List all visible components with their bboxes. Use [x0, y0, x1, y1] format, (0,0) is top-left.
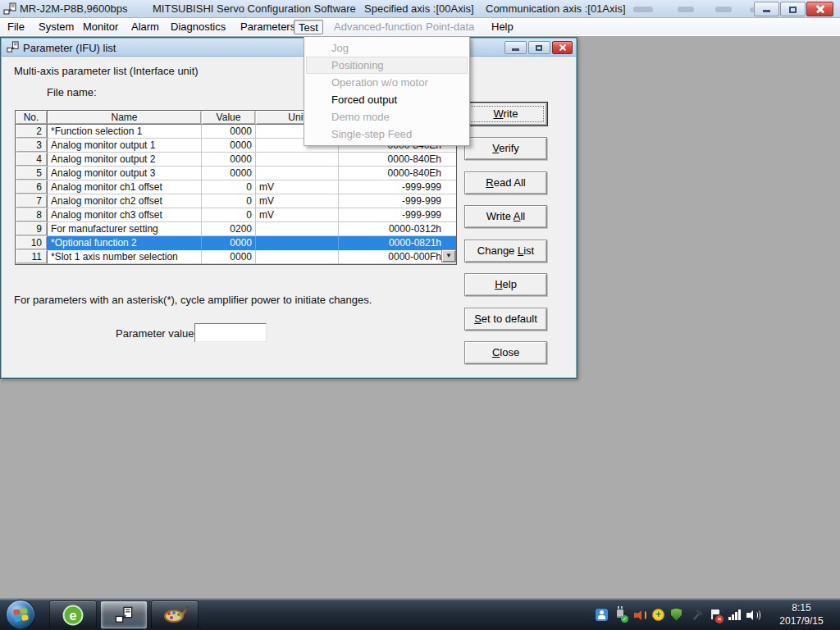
browser-icon: e — [63, 605, 84, 625]
table-row[interactable]: 8 Analog monitor ch3 offset 0 mV -999-99… — [16, 208, 456, 222]
menu-item-forced-output[interactable]: Forced output — [306, 91, 468, 108]
menu-item-operation-wo-motor: Operation w/o motor — [306, 74, 468, 91]
table-scroll-down-button[interactable]: ▼ — [441, 249, 456, 262]
menu-item-single-step-feed: Single-step Feed — [306, 126, 468, 143]
menu-item-demo-mode: Demo mode — [306, 108, 468, 126]
menu-item-positioning: Positioning — [306, 57, 468, 74]
taskbar-clock[interactable]: 8:15 2017/9/15 — [766, 601, 837, 628]
tools-hammer-icon[interactable] — [687, 605, 706, 624]
menu-bar: File System Monitor Alarm Diagnostics Pa… — [0, 18, 840, 36]
window-title-software: MITSUBISHI Servo Configuration Software — [153, 2, 356, 15]
menu-advanced-function[interactable]: Advanced-function — [330, 20, 427, 34]
test-dropdown-menu: Jog Positioning Operation w/o motor Forc… — [304, 36, 470, 146]
menu-test[interactable]: Test — [294, 20, 323, 34]
close-button[interactable] — [806, 2, 833, 16]
ghost-artifact — [715, 7, 732, 12]
maximize-icon — [536, 45, 542, 51]
menu-item-jog: Jog — [306, 39, 468, 57]
parameter-ifu-list-window: Parameter (IFU) list Multi-axis paramete… — [0, 37, 578, 379]
usb-eject-icon[interactable]: ✓ — [614, 609, 628, 622]
close-list-button[interactable]: Close — [464, 341, 547, 364]
menu-system[interactable]: System — [34, 20, 78, 34]
security-shield-icon[interactable] — [671, 609, 684, 622]
menu-parameters[interactable]: Parameters — [236, 20, 299, 34]
taskbar: e ✓ + × 8:1 — [0, 598, 840, 630]
desktop: { "titlebar": { "app_title": "MR-J2M-P8B… — [0, 0, 840, 630]
table-row[interactable]: 11 *Slot 1 axis number selection 0000 00… — [16, 250, 456, 264]
action-center-flag-icon[interactable]: × — [709, 609, 722, 622]
audio-manager-icon[interactable] — [633, 609, 646, 622]
menu-diagnostics[interactable]: Diagnostics — [167, 20, 230, 34]
maximize-button[interactable] — [780, 2, 806, 16]
taskbar-app-servo-software[interactable] — [100, 600, 148, 629]
col-header-value: Value — [202, 111, 256, 125]
app-icon — [3, 2, 16, 16]
child-window-title: Parameter (IFU) list — [23, 42, 116, 54]
ghost-artifact — [678, 7, 694, 12]
child-titlebar[interactable]: Parameter (IFU) list — [2, 39, 576, 57]
table-row[interactable]: 6 Analog monitor ch1 offset 0 mV -999-99… — [16, 180, 456, 194]
help-button[interactable]: Help — [464, 273, 547, 296]
clock-time: 8:15 — [766, 601, 837, 614]
child-maximize-button[interactable] — [528, 41, 550, 54]
menu-alarm[interactable]: Alarm — [127, 20, 163, 34]
servo-software-icon — [115, 606, 133, 624]
parameter-window-icon — [7, 41, 19, 53]
col-header-name: Name — [48, 111, 202, 125]
windows-logo-icon — [13, 608, 30, 623]
table-row[interactable]: 9 For manufacturer setting 0200 0000-031… — [16, 222, 456, 236]
system-tray: ✓ + × — [596, 599, 761, 630]
network-signal-icon[interactable] — [728, 609, 741, 622]
menu-help[interactable]: Help — [487, 20, 518, 34]
read-all-button[interactable]: Read All — [464, 171, 547, 194]
table-row[interactable]: 5 Analog monitor output 3 0000 0000-840E… — [16, 167, 456, 180]
child-minimize-button[interactable] — [504, 41, 527, 54]
table-row[interactable]: 4 Analog monitor output 2 0000 0000-840E… — [16, 153, 456, 167]
table-row[interactable]: 7 Analog monitor ch2 offset 0 mV -999-99… — [16, 194, 456, 208]
taskbar-app-paint[interactable] — [151, 600, 199, 629]
verify-button[interactable]: Verify — [464, 137, 547, 160]
child-close-button[interactable] — [552, 41, 573, 54]
set-to-default-button[interactable]: Set to default — [464, 308, 547, 331]
ghost-artifact — [633, 7, 653, 12]
write-all-button[interactable]: Write All — [464, 205, 547, 228]
parameter-value-label: Parameter value — [116, 327, 194, 340]
main-titlebar[interactable]: MR-J2M-P8B,9600bps MITSUBISHI Servo Conf… — [0, 0, 840, 18]
maximize-icon — [789, 7, 797, 13]
menu-file[interactable]: File — [3, 20, 29, 34]
clock-date: 2017/9/15 — [766, 614, 837, 628]
paint-icon — [164, 607, 185, 623]
write-button[interactable]: Write — [464, 103, 547, 126]
window-title-device: MR-J2M-P8B,9600bps — [20, 2, 128, 15]
multi-axis-subtitle: Multi-axis parameter list (Interface uni… — [14, 65, 199, 77]
change-list-button[interactable]: Change List — [464, 240, 547, 262]
asterisk-footnote: For parameters with an asterisk(*), cycl… — [14, 294, 372, 306]
window-title-specified-axis: Specified axis :[00Axis] — [364, 2, 474, 15]
minimize-icon — [512, 48, 519, 51]
file-name-label: File name: — [47, 86, 97, 98]
minimize-icon — [763, 10, 770, 12]
menu-point-data[interactable]: Point-data — [422, 20, 478, 34]
start-button[interactable] — [6, 600, 35, 629]
taskbar-app-browser[interactable]: e — [49, 600, 97, 629]
col-header-no: No. — [16, 111, 48, 125]
messenger-tray-icon[interactable] — [596, 609, 609, 622]
volume-icon[interactable] — [746, 609, 761, 622]
updater-360-icon[interactable]: + — [652, 609, 665, 622]
menu-monitor[interactable]: Monitor — [79, 20, 122, 34]
table-row-selected[interactable]: 10 *Optional function 2 0000 0000-0821h — [16, 236, 456, 250]
window-title-communication-axis: Communication axis :[01Axis] — [486, 2, 626, 15]
parameter-value-input[interactable] — [194, 323, 267, 342]
minimize-button[interactable] — [754, 2, 779, 16]
